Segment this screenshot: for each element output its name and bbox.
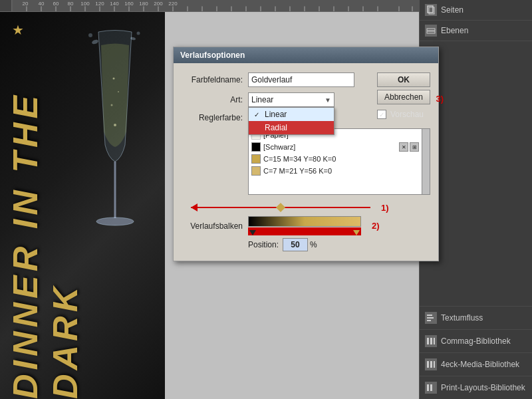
color-list[interactable]: [Papier] [Schwarz] ✕ ⊞ C=15 M=34 Y=80 K=… [248, 128, 430, 195]
svg-rect-60 [427, 361, 429, 368]
print-label: Print-Layouts-Bibliothek [441, 383, 525, 392]
verlaufsoptionen-dialog: Verlaufsoptionen OK Abbrechen ✓ Vorschau… [173, 47, 439, 261]
sidebar-item-textumfluss[interactable]: Textumfluss [420, 306, 532, 329]
dropdown-radial-label: Radial [265, 123, 287, 132]
position-unit: % [310, 240, 317, 249]
dropdown-item-radial[interactable]: Radial [249, 121, 334, 134]
position-input[interactable] [283, 238, 308, 251]
svg-text:100: 100 [80, 1, 90, 7]
annotation-3: 3) [436, 94, 444, 104]
seiten-label: Seiten [441, 5, 464, 15]
color-item-c7[interactable]: C=7 M=21 Y=56 K=0 [249, 165, 430, 177]
art-row: Art: Linear ▼ ✓ Linear Radial 3) [182, 92, 430, 107]
linear-checkmark: ✓ [254, 111, 262, 118]
color-list-wrapper: [Papier] [Schwarz] ✕ ⊞ C=15 M=34 Y=80 K=… [182, 128, 430, 195]
farbfeldname-row: Farbfeldname: [182, 72, 430, 87]
schwarz-grid-btn[interactable]: ⊞ [410, 142, 419, 152]
svg-point-41 [96, 217, 134, 225]
dropdown-linear-label: Linear [265, 110, 287, 119]
farbfeldname-input[interactable] [248, 72, 354, 87]
svg-point-45 [113, 78, 115, 80]
layers-icon [425, 25, 437, 37]
art-select[interactable]: Linear ▼ [248, 92, 334, 107]
annotation-1: 1) [381, 203, 389, 213]
art-dropdown-menu: ✓ Linear Radial [248, 107, 334, 135]
verlaufsbalken-container [248, 216, 361, 235]
verlaufsbalken-row: Verlaufsbalken 2) [182, 216, 430, 235]
dropdown-item-linear[interactable]: ✓ Linear [249, 108, 334, 121]
gradient-handle-left[interactable] [249, 230, 256, 235]
textflow-icon [425, 312, 437, 324]
c7-label: C=7 M=21 Y=56 K=0 [263, 167, 332, 175]
svg-point-49 [137, 32, 140, 35]
color-list-scrollbar[interactable] [422, 129, 430, 194]
ruler-corner [0, 0, 12, 12]
pages-icon [425, 4, 437, 16]
canvas-area: ★ DINNER IN THE DARK [0, 12, 165, 399]
farbfeldname-label: Farbfeldname: [182, 75, 248, 84]
commag-label: Commag-Bibliothek [441, 336, 511, 346]
svg-point-43 [111, 104, 113, 106]
library2-icon [425, 358, 437, 370]
svg-rect-57 [427, 338, 429, 344]
svg-rect-62 [434, 361, 435, 368]
dinner-text: DINNER IN THE DARK [5, 45, 85, 399]
sidebar-item-seiten[interactable]: Seiten [420, 0, 532, 21]
dialog-title: Verlaufsoptionen [180, 51, 245, 60]
gradient-track[interactable] [248, 227, 361, 235]
art-label: Art: [182, 95, 248, 104]
gradient-arrow-container [191, 201, 370, 213]
schwarz-label: [Schwarz] [263, 143, 295, 151]
c15-label: C=15 M=34 Y=80 K=0 [263, 155, 336, 163]
svg-point-46 [91, 39, 98, 45]
sidebar-item-ebenen[interactable]: Ebenen [420, 21, 532, 41]
ebenen-label: Ebenen [441, 26, 468, 35]
star-decoration: ★ [12, 22, 24, 38]
svg-rect-61 [430, 361, 432, 368]
c15-swatch [251, 154, 261, 164]
ruler-top: 20 40 60 80 100 120 140 160 180 200 220 [0, 0, 419, 12]
sidebar-item-print[interactable]: Print-Layouts-Bibliothek [420, 376, 532, 399]
reglerfarbe-label: Reglerfarbe: [182, 113, 248, 122]
svg-rect-52 [427, 29, 435, 31]
svg-rect-54 [427, 315, 432, 316]
svg-text:220: 220 [168, 1, 178, 7]
champagne-glass-svg [85, 25, 145, 238]
dialog-content: OK Abbrechen ✓ Vorschau Farbfeldname: Ar… [174, 63, 438, 261]
library-icon [425, 335, 437, 347]
schwarz-icons: ✕ ⊞ [399, 142, 419, 152]
sidebar-item-4eck[interactable]: 4eck-Media-Bibliothek [420, 352, 532, 376]
gradient-left-arrow[interactable] [191, 203, 198, 211]
svg-text:180: 180 [139, 1, 148, 7]
color-item-schwarz[interactable]: [Schwarz] ✕ ⊞ [249, 141, 430, 153]
svg-point-44 [118, 91, 119, 92]
svg-text:200: 200 [154, 1, 163, 7]
gradient-diamond[interactable] [276, 203, 285, 212]
svg-point-48 [88, 33, 92, 37]
schwarz-x-btn[interactable]: ✕ [399, 142, 408, 152]
verlaufsbalken-label: Verlaufsbalken [182, 221, 248, 231]
sidebar-item-commag[interactable]: Commag-Bibliothek [420, 329, 532, 352]
svg-text:120: 120 [95, 1, 104, 7]
svg-rect-0 [0, 0, 419, 11]
svg-rect-58 [430, 338, 432, 344]
svg-rect-53 [427, 31, 435, 33]
4eck-label: 4eck-Media-Bibliothek [441, 360, 519, 369]
gradient-handle-right[interactable] [353, 230, 360, 235]
svg-rect-59 [434, 338, 435, 344]
dialog-title-bar[interactable]: Verlaufsoptionen [174, 47, 438, 63]
gradient-bar[interactable] [248, 216, 361, 227]
library3-icon [425, 382, 437, 394]
c7-swatch [251, 166, 261, 176]
svg-rect-63 [427, 384, 429, 391]
svg-text:80: 80 [68, 1, 74, 7]
textumfluss-label: Textumfluss [441, 313, 483, 323]
color-item-c15[interactable]: C=15 M=34 Y=80 K=0 [249, 153, 430, 165]
svg-rect-64 [430, 384, 432, 391]
position-label: Position: [248, 240, 283, 249]
svg-text:160: 160 [124, 1, 134, 7]
svg-point-42 [114, 124, 116, 126]
annotation-2: 2) [372, 221, 380, 231]
position-row: Position: % [182, 238, 430, 251]
gradient-arrow-row: 1) [182, 201, 430, 213]
